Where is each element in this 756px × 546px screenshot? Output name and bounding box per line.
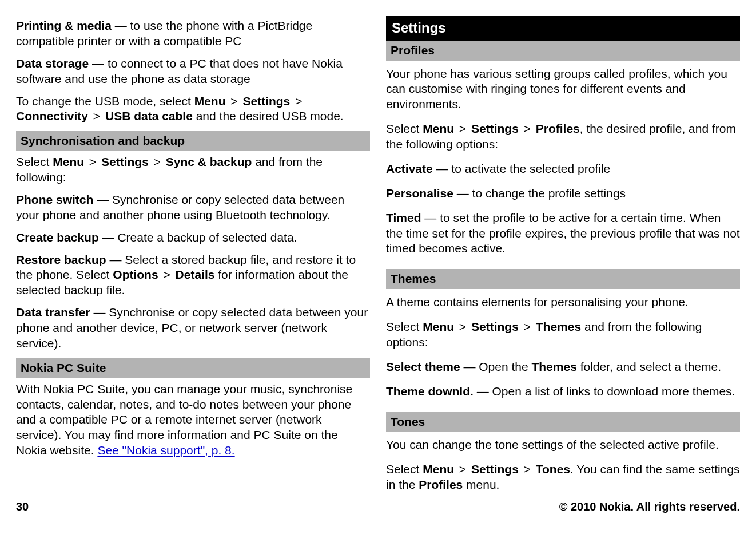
usb-post-text: and the desired USB mode.: [193, 109, 344, 122]
sync-backup-heading: Synchronisation and backup: [16, 131, 370, 151]
phone-switch-label: Phone switch: [16, 193, 93, 206]
profiles-label: Profiles: [536, 122, 580, 135]
profiles-select-paragraph: Select Menu > Settings > Profiles, the d…: [386, 121, 740, 152]
menu-label: Menu: [423, 462, 454, 476]
printing-media-item: Printing & media — to use the phone with…: [16, 18, 370, 49]
tones-select-paragraph: Select Menu > Settings > Tones. You can …: [386, 462, 740, 493]
themes-label: Themes: [536, 320, 581, 333]
restore-backup-item: Restore backup — Select a stored backup …: [16, 252, 370, 299]
themes-select-pre: Select: [386, 320, 423, 333]
breadcrumb-separator: >: [88, 109, 105, 122]
themes-select-paragraph: Select Menu > Settings > Themes and from…: [386, 319, 740, 350]
menu-label: Menu: [423, 320, 454, 333]
sync-select-pre: Select: [16, 155, 53, 168]
page-content: Printing & media — to use the phone with…: [0, 0, 756, 492]
data-transfer-label: Data transfer: [16, 306, 90, 319]
data-transfer-item: Data transfer — Synchronise or copy sele…: [16, 305, 370, 351]
tones-label: Tones: [536, 462, 570, 476]
breadcrumb-separator: >: [519, 122, 536, 135]
pc-suite-body: With Nokia PC Suite, you can manage your…: [16, 382, 370, 458]
data-storage-label: Data storage: [16, 57, 89, 70]
usb-pre-text: To change the USB mode, select: [16, 94, 194, 108]
profiles-heading: Profiles: [386, 41, 740, 61]
theme-downld-item: Theme downld. — Open a list of links to …: [386, 384, 740, 399]
themes-intro: A theme contains elements for personalis…: [386, 295, 740, 310]
select-theme-label: Select theme: [386, 360, 460, 373]
personalise-label: Personalise: [386, 187, 453, 200]
timed-label: Timed: [386, 211, 421, 224]
settings-label: Settings: [471, 122, 519, 135]
settings-label: Settings: [471, 462, 519, 476]
themes-heading: Themes: [386, 269, 740, 289]
activate-label: Activate: [386, 162, 433, 175]
nokia-support-link[interactable]: See "Nokia support", p. 8.: [97, 444, 234, 457]
create-backup-label: Create backup: [16, 231, 99, 244]
details-label: Details: [176, 268, 215, 281]
breadcrumb-separator: >: [226, 94, 243, 108]
breadcrumb-separator: >: [158, 268, 176, 281]
timed-item: Timed — to set the profile to be active …: [386, 211, 740, 257]
create-backup-desc: — Create a backup of selected data.: [99, 231, 297, 244]
sync-select-paragraph: Select Menu > Settings > Sync & backup a…: [16, 155, 370, 185]
profiles-menu-label: Profiles: [419, 478, 463, 491]
breadcrumb-separator: >: [454, 320, 471, 333]
breadcrumb-separator: >: [290, 94, 304, 108]
sync-backup-label: Sync & backup: [166, 155, 252, 168]
select-theme-desc-post: folder, and select a theme.: [577, 360, 721, 373]
activate-item: Activate — to activate the selected prof…: [386, 161, 740, 177]
activate-desc: — to activate the selected profile: [433, 162, 611, 175]
breadcrumb-separator: >: [454, 462, 471, 476]
settings-label: Settings: [101, 155, 149, 168]
profiles-intro: Your phone has various setting groups ca…: [386, 66, 740, 113]
phone-switch-item: Phone switch — Synchronise or copy selec…: [16, 192, 370, 223]
tones-intro: You can change the tone settings of the …: [386, 437, 740, 453]
data-storage-item: Data storage — to connect to a PC that d…: [16, 56, 370, 87]
create-backup-item: Create backup — Create a backup of selec…: [16, 230, 370, 246]
breadcrumb-separator: >: [519, 320, 536, 333]
breadcrumb-separator: >: [84, 155, 101, 168]
pc-suite-heading: Nokia PC Suite: [16, 358, 370, 378]
menu-label: Menu: [423, 122, 454, 135]
tones-select-post: menu.: [463, 478, 499, 491]
options-label: Options: [113, 268, 158, 281]
personalise-desc: — to change the profile settings: [453, 187, 626, 200]
page-footer: 30 © 2010 Nokia. All rights reserved.: [0, 492, 756, 527]
page-number: 30: [16, 500, 29, 513]
breadcrumb-separator: >: [519, 462, 536, 476]
restore-backup-label: Restore backup: [16, 253, 106, 266]
profiles-select-pre: Select: [386, 122, 423, 135]
usb-mode-paragraph: To change the USB mode, select Menu > Se…: [16, 94, 370, 125]
connectivity-label: Connectivity: [16, 109, 88, 122]
select-theme-item: Select theme — Open the Themes folder, a…: [386, 359, 740, 375]
personalise-item: Personalise — to change the profile sett…: [386, 186, 740, 201]
theme-downld-desc: — Open a list of links to download more …: [474, 385, 735, 398]
settings-label: Settings: [471, 320, 519, 333]
usb-data-cable-label: USB data cable: [105, 109, 193, 122]
themes-folder-label: Themes: [531, 360, 576, 373]
timed-desc: — to set the profile to be active for a …: [386, 211, 740, 255]
left-column: Printing & media — to use the phone with…: [16, 16, 370, 492]
select-theme-desc-pre: — Open the: [460, 360, 532, 373]
theme-downld-label: Theme downld.: [386, 385, 474, 398]
menu-label: Menu: [53, 155, 84, 168]
right-column: Settings Profiles Your phone has various…: [386, 16, 740, 492]
settings-label: Settings: [242, 94, 290, 108]
menu-label: Menu: [194, 94, 226, 108]
settings-section-title: Settings: [386, 16, 740, 41]
tones-select-pre: Select: [386, 462, 423, 476]
copyright-text: © 2010 Nokia. All rights reserved.: [559, 500, 740, 513]
tones-heading: Tones: [386, 412, 740, 432]
printing-media-label: Printing & media: [16, 19, 112, 32]
breadcrumb-separator: >: [454, 122, 471, 135]
breadcrumb-separator: >: [149, 155, 166, 168]
